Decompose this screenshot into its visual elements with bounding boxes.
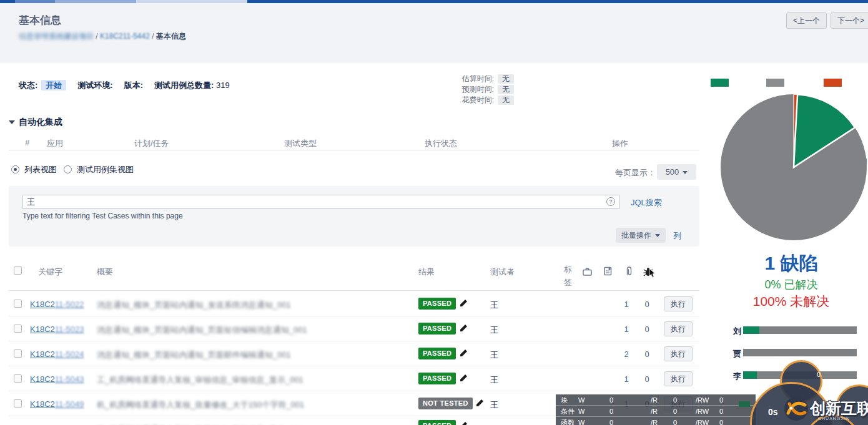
defect-count[interactable]: 2 — [623, 349, 630, 359]
status-badge: 开始 — [41, 80, 66, 90]
result-badge[interactable]: PASSED — [418, 323, 456, 335]
row-checkbox[interactable] — [14, 300, 22, 308]
tester-name: 王 — [490, 374, 498, 386]
row-checkbox[interactable] — [14, 349, 22, 358]
execute-button[interactable]: 执行 — [664, 371, 693, 386]
filter-input[interactable] — [22, 195, 619, 209]
breadcrumb-project-link[interactable]: 信息管理系统建设项目 — [19, 32, 94, 41]
testcase-summary[interactable]: 消息通知_模块_页面站内通知_发送系统消息通知_001 — [97, 300, 291, 311]
tester-bar — [743, 326, 857, 334]
filter-hint: Type text for filtering Test Cases withi… — [22, 212, 183, 220]
attachment-count: 0 — [643, 325, 651, 334]
list-view-label[interactable]: 列表视图 — [24, 165, 57, 174]
testcase-key-link[interactable]: K18C211-5022 — [30, 300, 84, 309]
result-badge[interactable]: PASSED — [418, 420, 456, 425]
bulk-actions-button[interactable]: 批量操作 — [616, 228, 666, 243]
result-badge[interactable]: NOT TESTED — [418, 398, 473, 409]
testcase-summary[interactable]: 消息通知_模块_页面站内通知_页面邮件编辑通知_001 — [97, 349, 291, 361]
automation-section-title[interactable]: 自动化集成 — [19, 117, 62, 128]
defect-count[interactable]: 1 — [623, 374, 630, 384]
testcase-summary[interactable]: 消息通知_模块_页面站内通知_页面短信编辑消息通知_001 — [97, 325, 307, 336]
spent-time-value: 无 — [498, 95, 514, 105]
legend-passed-swatch — [711, 79, 729, 87]
row-checkbox[interactable] — [14, 399, 22, 408]
col-key: 关键字 — [38, 266, 62, 278]
col-tag: 标签 — [564, 263, 572, 289]
page-title: 基本信息 — [19, 13, 61, 27]
edit-pencil-icon[interactable] — [460, 299, 468, 307]
chevron-down-icon — [655, 234, 660, 237]
total-label: 测试用例总数量: — [154, 81, 214, 90]
coverage-row: 块W0/R0/RW0 — [556, 394, 756, 406]
list-view-radio[interactable] — [11, 165, 19, 173]
bubble-value: 0 — [817, 371, 821, 378]
total-value: 319 — [216, 81, 230, 90]
row-checkbox[interactable] — [14, 325, 22, 333]
chevron-down-icon — [683, 171, 688, 174]
help-icon[interactable]: ? — [606, 197, 615, 206]
note-icon[interactable] — [604, 266, 612, 276]
attachment-count: 0 — [643, 374, 651, 384]
chuangxin-logo-icon — [783, 396, 809, 422]
testcase-key-link[interactable]: K18C211-5024 — [30, 349, 84, 359]
testcase-summary[interactable]: 工_机房网络直通导入复核_审核信息_审核信息_显示_001 — [97, 374, 303, 386]
automation-col-plan: 计划/任务 — [134, 138, 169, 149]
testcase-set-view-radio[interactable] — [64, 165, 72, 173]
testcase-key-link[interactable]: K18C211-5023 — [30, 325, 84, 334]
automation-col-action: 操作 — [612, 138, 628, 149]
row-checkbox[interactable] — [14, 374, 22, 383]
edit-pencil-icon[interactable] — [460, 374, 468, 382]
defect-count-title[interactable]: 1 缺陷 — [713, 251, 868, 276]
watermark-coverage-panel: 块W0/R0/RW0 条件W0/R0/RW0 函数W0/R0/RW0 — [556, 394, 756, 425]
page: 基本信息 信息管理系统建设项目 / K18C211-5442 / 基本信息 <上… — [0, 0, 868, 425]
tester-name: 王 — [490, 349, 498, 361]
defect-count[interactable]: 1 — [623, 300, 630, 309]
edit-pencil-icon[interactable] — [460, 349, 468, 357]
result-badge[interactable]: PASSED — [418, 298, 456, 310]
watermark-chip — [739, 401, 750, 407]
table-row: K18C211-5023 消息通知_模块_页面站内通知_页面短信编辑消息通知_0… — [9, 316, 699, 341]
testcase-summary[interactable]: 机_机房网络直通导入复核_批量修改_大于150个字符_001 — [97, 399, 304, 411]
columns-link[interactable]: 列 — [673, 230, 681, 242]
estimate-time-value: 无 — [498, 74, 514, 84]
breadcrumb-separator: / — [96, 32, 97, 41]
select-all-checkbox[interactable] — [14, 266, 22, 275]
defect-count[interactable]: 1 — [623, 325, 630, 334]
testcase-set-view-label[interactable]: 测试用例集视图 — [77, 165, 134, 174]
table-row: K18C211-5024 消息通知_模块_页面站内通知_页面邮件编辑通知_001… — [9, 341, 699, 366]
execute-button[interactable]: 执行 — [664, 296, 693, 311]
result-badge[interactable]: PASSED — [418, 348, 456, 359]
edit-pencil-icon[interactable] — [460, 421, 468, 425]
briefcase-icon[interactable] — [583, 268, 592, 276]
coverage-row: 条件W0/R0/RW0 — [556, 406, 756, 417]
collapse-caret-icon[interactable] — [9, 120, 15, 124]
next-button[interactable]: 下一个> — [831, 12, 868, 29]
edit-pencil-icon[interactable] — [476, 399, 484, 407]
bar-label: 刘 — [733, 326, 741, 337]
paperclip-icon[interactable] — [625, 266, 633, 276]
tester-name: 王 — [490, 325, 498, 336]
testcase-key-link[interactable]: K18C211-5049 — [30, 399, 84, 409]
time-estimates: 估算时间:无 预测时间:无 花费时间:无 — [458, 74, 514, 105]
automation-col-type: 测试类型 — [284, 138, 317, 149]
execute-button[interactable]: 执行 — [664, 321, 693, 336]
bubble-value: 0s — [768, 407, 778, 417]
execution-pie-chart — [719, 93, 868, 242]
legend-nottested-swatch — [766, 79, 784, 87]
predict-time-value: 无 — [498, 85, 514, 94]
edit-pencil-icon[interactable] — [460, 324, 468, 332]
view-toggle: 列表视图 测试用例集视图 — [11, 164, 134, 175]
estimate-time-label: 估算时间: — [458, 74, 494, 84]
table-row: K18C211-5043 工_机房网络直通导入复核_审核信息_审核信息_显示_0… — [9, 366, 699, 391]
breadcrumb-separator: / — [152, 32, 154, 41]
testcase-key-link[interactable]: K18C211-5043 — [30, 374, 84, 384]
per-page-select[interactable]: 500 — [657, 164, 696, 180]
tester-name: 王 — [490, 399, 498, 411]
env-label: 测试环境: — [77, 80, 112, 91]
automation-col-app: 应用 — [47, 138, 63, 149]
jql-search-link[interactable]: JQL搜索 — [631, 197, 662, 208]
execute-button[interactable]: 执行 — [664, 346, 693, 361]
breadcrumb-issue-link[interactable]: K18C211-5442 — [100, 32, 150, 41]
result-badge[interactable]: PASSED — [418, 373, 456, 384]
previous-button[interactable]: <上一个 — [786, 12, 827, 29]
